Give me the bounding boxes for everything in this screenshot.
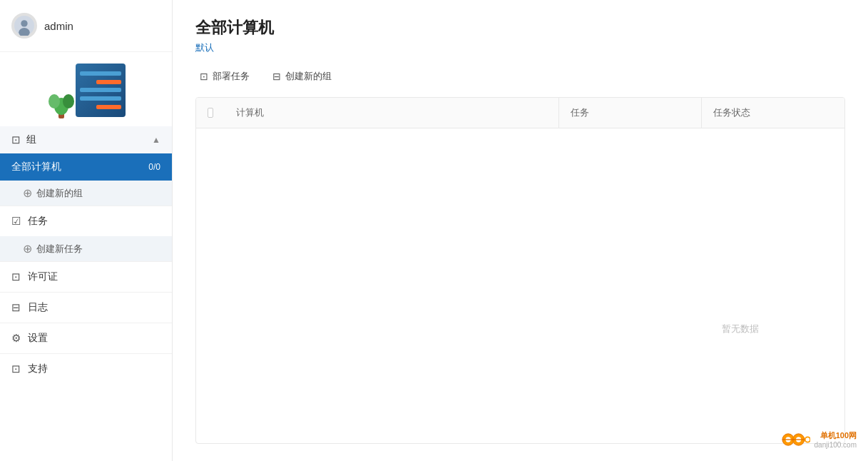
table-body: 暂无数据	[196, 128, 844, 378]
create-group-button[interactable]: ⊕ 创建新的组	[0, 181, 172, 206]
sidebar-item-settings[interactable]: ⚙ 设置	[0, 323, 172, 353]
create-group-toolbar-label: 创建新的组	[285, 70, 332, 83]
tasks-icon: ☑	[11, 215, 21, 228]
sidebar-group-section[interactable]: ⊡ 组 ▲	[0, 126, 172, 153]
deploy-task-label: 部署任务	[213, 70, 250, 83]
illustration	[0, 52, 172, 126]
page-subtitle: 默认	[195, 41, 845, 54]
create-group-toolbar-button[interactable]: ⊟ 创建新的组	[268, 67, 336, 86]
watermark-url: danji100.com	[815, 441, 857, 449]
logs-label: 日志	[28, 301, 48, 314]
sidebar: admin ⊡ 组 ▲	[0, 0, 173, 461]
create-group-label: 创建新的组	[36, 187, 83, 200]
settings-icon: ⚙	[11, 332, 21, 345]
computers-table: 计算机 任务 任务状态 暂无数据	[195, 97, 845, 444]
sidebar-item-support[interactable]: ⊡ 支持	[0, 353, 172, 384]
avatar	[11, 13, 37, 39]
group-section-label: 组	[26, 133, 36, 146]
svg-point-1	[21, 20, 27, 26]
watermark: 单机100网 danji100.com	[782, 430, 857, 450]
sidebar-item-logs[interactable]: ⊟ 日志	[0, 292, 172, 323]
group-icon: ⊡	[11, 133, 21, 146]
watermark-icon	[782, 430, 810, 450]
toolbar: ⊡ 部署任务 ⊟ 创建新的组	[195, 67, 845, 86]
create-task-label: 创建新任务	[36, 243, 83, 255]
create-task-button[interactable]: ⊕ 创建新任务	[0, 236, 172, 261]
deploy-task-icon: ⊡	[200, 71, 208, 82]
create-task-plus-icon: ⊕	[23, 242, 32, 255]
username: admin	[44, 20, 73, 32]
sidebar-item-license[interactable]: ⊡ 许可证	[0, 261, 172, 292]
support-icon: ⊡	[11, 363, 21, 375]
page-title: 全部计算机	[195, 17, 845, 39]
header-checkbox-cell[interactable]	[196, 98, 225, 128]
server-icon	[76, 64, 126, 117]
sidebar-main-nav: ☑ 任务 ⊕ 创建新任务 ⊡ 许可证 ⊟ 日志 ⚙ 设置 ⊡ 支持	[0, 206, 172, 384]
create-group-plus-icon: ⊕	[23, 186, 32, 200]
svg-point-5	[48, 94, 60, 108]
all-computers-label: 全部计算机	[11, 161, 61, 173]
sidebar-item-tasks[interactable]: ☑ 任务	[0, 206, 172, 236]
main-content: 全部计算机 默认 ⊡ 部署任务 ⊟ 创建新的组 计算机 任务 任务状态 暂无数据	[173, 0, 868, 461]
create-group-toolbar-icon: ⊟	[272, 71, 281, 82]
user-profile[interactable]: admin	[0, 0, 172, 52]
column-task: 任务	[559, 98, 702, 128]
watermark-site: 单机100网	[820, 430, 857, 441]
table-header: 计算机 任务 任务状态	[196, 98, 844, 128]
svg-point-6	[63, 94, 74, 108]
deploy-task-button[interactable]: ⊡ 部署任务	[195, 67, 254, 86]
license-label: 许可证	[28, 270, 58, 283]
support-label: 支持	[28, 363, 48, 375]
logs-icon: ⊟	[11, 301, 21, 314]
sidebar-item-all-computers[interactable]: 全部计算机 0/0	[0, 153, 172, 181]
empty-state-text: 暂无数据	[722, 323, 759, 335]
column-computer: 计算机	[225, 98, 559, 128]
svg-point-11	[805, 437, 810, 442]
all-computers-badge: 0/0	[148, 162, 160, 172]
license-icon: ⊡	[11, 270, 21, 283]
select-all-checkbox[interactable]	[208, 108, 213, 118]
plant-icon	[47, 81, 76, 121]
collapse-icon: ▲	[152, 135, 160, 145]
tasks-label: 任务	[28, 215, 48, 228]
column-task-status: 任务状态	[702, 98, 844, 128]
settings-label: 设置	[28, 332, 48, 345]
